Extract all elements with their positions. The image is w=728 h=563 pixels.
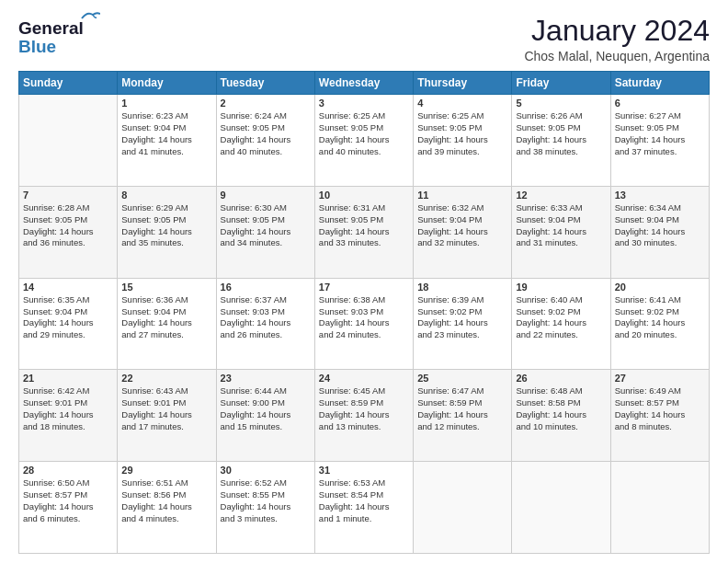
day-header-friday: Friday	[512, 72, 610, 95]
calendar-cell: 27Sunrise: 6:49 AM Sunset: 8:57 PM Dayli…	[610, 370, 709, 462]
title-area: January 2024 Chos Malal, Neuquen, Argent…	[524, 15, 710, 63]
day-number: 1	[121, 98, 211, 109]
day-number: 15	[121, 282, 211, 293]
calendar-header-row: SundayMondayTuesdayWednesdayThursdayFrid…	[19, 72, 710, 95]
day-header-thursday: Thursday	[414, 72, 512, 95]
calendar-cell	[414, 462, 512, 554]
day-number: 12	[516, 190, 606, 201]
cell-info: Sunrise: 6:27 AM Sunset: 9:05 PM Dayligh…	[615, 110, 705, 157]
day-number: 17	[319, 282, 409, 293]
calendar-cell	[610, 462, 709, 554]
day-number: 5	[516, 98, 606, 109]
calendar-cell: 22Sunrise: 6:43 AM Sunset: 9:01 PM Dayli…	[118, 370, 216, 462]
day-number: 10	[319, 190, 409, 201]
logo-blue: Blue	[18, 37, 56, 57]
day-number: 16	[221, 282, 311, 293]
cell-info: Sunrise: 6:38 AM Sunset: 9:03 PM Dayligh…	[319, 294, 409, 341]
calendar-week-row: 28Sunrise: 6:50 AM Sunset: 8:57 PM Dayli…	[19, 462, 710, 554]
cell-info: Sunrise: 6:25 AM Sunset: 9:05 PM Dayligh…	[319, 110, 409, 157]
calendar-cell: 13Sunrise: 6:34 AM Sunset: 9:04 PM Dayli…	[610, 186, 709, 278]
calendar-cell: 4Sunrise: 6:25 AM Sunset: 9:05 PM Daylig…	[414, 95, 512, 187]
cell-info: Sunrise: 6:41 AM Sunset: 9:02 PM Dayligh…	[615, 294, 705, 341]
calendar-cell: 10Sunrise: 6:31 AM Sunset: 9:05 PM Dayli…	[314, 186, 413, 278]
calendar-cell: 16Sunrise: 6:37 AM Sunset: 9:03 PM Dayli…	[216, 278, 314, 370]
cell-info: Sunrise: 6:32 AM Sunset: 9:04 PM Dayligh…	[417, 202, 507, 249]
cell-info: Sunrise: 6:34 AM Sunset: 9:04 PM Dayligh…	[615, 202, 705, 249]
day-number: 20	[615, 282, 705, 293]
calendar-cell: 24Sunrise: 6:45 AM Sunset: 8:59 PM Dayli…	[314, 370, 413, 462]
calendar-cell: 9Sunrise: 6:30 AM Sunset: 9:05 PM Daylig…	[216, 186, 314, 278]
calendar-cell: 15Sunrise: 6:36 AM Sunset: 9:04 PM Dayli…	[118, 278, 216, 370]
cell-info: Sunrise: 6:29 AM Sunset: 9:05 PM Dayligh…	[121, 202, 211, 249]
cell-info: Sunrise: 6:48 AM Sunset: 8:58 PM Dayligh…	[516, 385, 606, 432]
cell-info: Sunrise: 6:53 AM Sunset: 8:54 PM Dayligh…	[319, 477, 409, 524]
cell-info: Sunrise: 6:33 AM Sunset: 9:04 PM Dayligh…	[516, 202, 606, 249]
cell-info: Sunrise: 6:25 AM Sunset: 9:05 PM Dayligh…	[417, 110, 507, 157]
cell-info: Sunrise: 6:30 AM Sunset: 9:05 PM Dayligh…	[221, 202, 311, 249]
calendar-cell: 28Sunrise: 6:50 AM Sunset: 8:57 PM Dayli…	[19, 462, 118, 554]
day-number: 8	[121, 190, 211, 201]
day-header-saturday: Saturday	[610, 72, 709, 95]
day-number: 7	[23, 190, 113, 201]
day-number: 22	[121, 373, 211, 384]
cell-info: Sunrise: 6:50 AM Sunset: 8:57 PM Dayligh…	[23, 477, 113, 524]
calendar-cell: 12Sunrise: 6:33 AM Sunset: 9:04 PM Dayli…	[512, 186, 610, 278]
day-number: 4	[417, 98, 507, 109]
day-number: 26	[516, 373, 606, 384]
day-number: 19	[516, 282, 606, 293]
calendar-cell: 14Sunrise: 6:35 AM Sunset: 9:04 PM Dayli…	[19, 278, 118, 370]
day-number: 23	[221, 373, 311, 384]
day-number: 9	[221, 190, 311, 201]
calendar-table: SundayMondayTuesdayWednesdayThursdayFrid…	[18, 71, 710, 554]
cell-info: Sunrise: 6:31 AM Sunset: 9:05 PM Dayligh…	[319, 202, 409, 249]
calendar-cell: 18Sunrise: 6:39 AM Sunset: 9:02 PM Dayli…	[414, 278, 512, 370]
day-number: 27	[615, 373, 705, 384]
day-number: 31	[319, 465, 409, 476]
cell-info: Sunrise: 6:39 AM Sunset: 9:02 PM Dayligh…	[417, 294, 507, 341]
calendar-cell: 21Sunrise: 6:42 AM Sunset: 9:01 PM Dayli…	[19, 370, 118, 462]
cell-info: Sunrise: 6:42 AM Sunset: 9:01 PM Dayligh…	[23, 385, 113, 432]
calendar-cell: 29Sunrise: 6:51 AM Sunset: 8:56 PM Dayli…	[118, 462, 216, 554]
day-number: 25	[417, 373, 507, 384]
calendar-cell: 5Sunrise: 6:26 AM Sunset: 9:05 PM Daylig…	[512, 95, 610, 187]
cell-info: Sunrise: 6:51 AM Sunset: 8:56 PM Dayligh…	[121, 477, 211, 524]
calendar-week-row: 14Sunrise: 6:35 AM Sunset: 9:04 PM Dayli…	[19, 278, 710, 370]
day-number: 11	[417, 190, 507, 201]
day-number: 28	[23, 465, 113, 476]
calendar-cell: 20Sunrise: 6:41 AM Sunset: 9:02 PM Dayli…	[610, 278, 709, 370]
calendar-cell: 1Sunrise: 6:23 AM Sunset: 9:04 PM Daylig…	[118, 95, 216, 187]
calendar-cell	[19, 95, 118, 187]
day-number: 3	[319, 98, 409, 109]
location: Chos Malal, Neuquen, Argentina	[524, 49, 710, 63]
calendar-cell: 23Sunrise: 6:44 AM Sunset: 9:00 PM Dayli…	[216, 370, 314, 462]
cell-info: Sunrise: 6:52 AM Sunset: 8:55 PM Dayligh…	[221, 477, 311, 524]
day-number: 13	[615, 190, 705, 201]
calendar-cell: 30Sunrise: 6:52 AM Sunset: 8:55 PM Dayli…	[216, 462, 314, 554]
day-header-tuesday: Tuesday	[216, 72, 314, 95]
calendar-cell	[512, 462, 610, 554]
calendar-cell: 31Sunrise: 6:53 AM Sunset: 8:54 PM Dayli…	[314, 462, 413, 554]
cell-info: Sunrise: 6:24 AM Sunset: 9:05 PM Dayligh…	[221, 110, 311, 157]
cell-info: Sunrise: 6:40 AM Sunset: 9:02 PM Dayligh…	[516, 294, 606, 341]
cell-info: Sunrise: 6:45 AM Sunset: 8:59 PM Dayligh…	[319, 385, 409, 432]
calendar-cell: 3Sunrise: 6:25 AM Sunset: 9:05 PM Daylig…	[314, 95, 413, 187]
calendar-cell: 7Sunrise: 6:28 AM Sunset: 9:05 PM Daylig…	[19, 186, 118, 278]
cell-info: Sunrise: 6:36 AM Sunset: 9:04 PM Dayligh…	[121, 294, 211, 341]
calendar-week-row: 21Sunrise: 6:42 AM Sunset: 9:01 PM Dayli…	[19, 370, 710, 462]
day-number: 14	[23, 282, 113, 293]
page: General Blue January 2024 Chos Malal, Ne…	[0, 0, 728, 563]
day-header-sunday: Sunday	[19, 72, 118, 95]
cell-info: Sunrise: 6:43 AM Sunset: 9:01 PM Dayligh…	[121, 385, 211, 432]
cell-info: Sunrise: 6:26 AM Sunset: 9:05 PM Dayligh…	[516, 110, 606, 157]
day-header-monday: Monday	[118, 72, 216, 95]
calendar-cell: 19Sunrise: 6:40 AM Sunset: 9:02 PM Dayli…	[512, 278, 610, 370]
calendar-week-row: 1Sunrise: 6:23 AM Sunset: 9:04 PM Daylig…	[19, 95, 710, 187]
cell-info: Sunrise: 6:35 AM Sunset: 9:04 PM Dayligh…	[23, 294, 113, 341]
cell-info: Sunrise: 6:44 AM Sunset: 9:00 PM Dayligh…	[221, 385, 311, 432]
calendar-cell: 11Sunrise: 6:32 AM Sunset: 9:04 PM Dayli…	[414, 186, 512, 278]
month-title: January 2024	[524, 15, 710, 47]
logo: General Blue	[18, 15, 84, 57]
cell-info: Sunrise: 6:28 AM Sunset: 9:05 PM Dayligh…	[23, 202, 113, 249]
calendar-cell: 8Sunrise: 6:29 AM Sunset: 9:05 PM Daylig…	[118, 186, 216, 278]
cell-info: Sunrise: 6:37 AM Sunset: 9:03 PM Dayligh…	[221, 294, 311, 341]
